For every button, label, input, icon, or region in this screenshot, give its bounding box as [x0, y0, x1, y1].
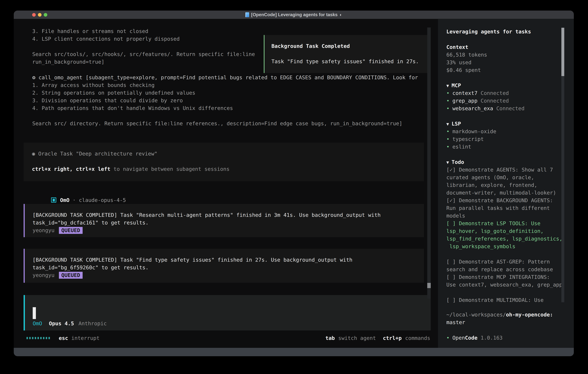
spinner-dot — [37, 337, 39, 339]
zoom-button[interactable] — [44, 13, 47, 17]
chat-scrollbar-track[interactable] — [427, 28, 431, 299]
status-bar-right: tab switch agent ctrl+p commands — [326, 334, 430, 342]
context-used: 33% used — [446, 59, 487, 66]
workspace-repo: oh-my-opencode: — [506, 312, 553, 318]
context-section: Context 66,518 tokens 33% used $0.46 spe… — [446, 43, 487, 74]
todo-line: Run parallel tasks with different — [446, 204, 562, 212]
background-task-notification: Background Task Completed Task "Find typ… — [264, 35, 430, 73]
oracle-hint-keys: ctrl+x right, ctrl+x left — [32, 166, 110, 172]
message-line: [BACKGROUND TASK COMPLETED] Task "Resear… — [32, 211, 424, 219]
mcp-item: •grep_app Connected — [446, 97, 525, 104]
esc-key-hint: esc — [59, 334, 68, 342]
agent-icon — [51, 197, 56, 203]
todo-line: Use context7, websearch_exa, grep_app — [446, 281, 562, 289]
window-bottom-frame — [14, 348, 574, 356]
ctrlp-key-label: commands — [405, 334, 430, 342]
status-dot-icon: • — [446, 144, 450, 150]
titlebar[interactable]: [OpenCode] Leveraging agents for tasks ◐ — [14, 10, 574, 19]
text-cursor — [33, 307, 36, 319]
status-dot-icon: • — [446, 98, 450, 104]
todo-line: [ ] Demonstrate MULTIMODAL: Use — [446, 296, 562, 304]
context-heading: Context — [446, 43, 487, 51]
mcp-section-header[interactable]: ▼MCP — [446, 82, 525, 89]
esc-key-label: interrupt — [71, 334, 100, 342]
mcp-section: ▼MCP •context7 Connected •grep_app Conne… — [446, 82, 525, 112]
todo-line-active: lsp_workspace_symbols — [446, 242, 562, 250]
tool-call-line: 2. String operations on potentially unde… — [32, 89, 418, 97]
spinner-dot — [26, 337, 28, 339]
input-provider-name: Anthropic — [78, 320, 107, 327]
opencode-window: [OpenCode] Leveraging agents for tasks ◐… — [14, 10, 574, 356]
todo-line: document-writer, multimodal-looker) — [446, 189, 562, 197]
background-task-message: [BACKGROUND TASK COMPLETED] Task "Resear… — [24, 204, 424, 237]
oracle-task-box: ◉ Oracle Task "Deep architecture review"… — [24, 143, 424, 181]
background-task-message: [BACKGROUND TASK COMPLETED] Task "Find t… — [24, 249, 424, 283]
chevron-down-icon: ▼ — [446, 83, 449, 88]
status-dot-icon: • — [446, 335, 450, 341]
sidebar-title-section: Leveraging agents for tasks — [446, 28, 531, 35]
tool-call-line: 1. Array access without bounds checking — [32, 81, 418, 89]
tab-key-label: switch agent — [338, 334, 376, 342]
todo-line: [✓] Demonstrate BACKGROUND AGENTS: — [446, 197, 562, 204]
scrollback-line: 3. File handles or streams not closed — [32, 27, 255, 35]
spinner-dot — [48, 337, 50, 339]
lsp-item: •eslint — [446, 143, 496, 151]
version-section: •OpenCode 1.0.163 — [446, 334, 503, 342]
todo-line: models — [446, 212, 562, 219]
spinner-dot — [46, 337, 47, 339]
spinner-dot — [29, 337, 31, 339]
session-progress-icon: ◐ — [340, 12, 342, 17]
queued-badge: QUEUED — [59, 272, 83, 279]
message-author: yeongyu — [32, 227, 54, 233]
oracle-hint-text: to navigate between subagent sessions — [110, 166, 230, 172]
todo-section: ▼Todo [✓] Demonstrate AGENTS: Show all 7… — [446, 158, 562, 304]
tool-call-block: ⚙ call_omo_agent [subagent_type=explore,… — [32, 74, 418, 127]
workspace-branch: master — [446, 319, 553, 326]
traffic-lights — [32, 13, 47, 17]
input-model-line: OmO Opus 4.5 Anthropic — [33, 320, 107, 327]
todo-line-active: lsp_find_references, lsp_diagnostics, — [446, 235, 562, 242]
tool-call-header: call_omo_agent [subagent_type=explore, p… — [39, 74, 418, 80]
message-line: task_id="bg_6f59260c" to get results. — [32, 264, 424, 271]
oracle-title: Oracle Task "Deep architecture review" — [35, 151, 158, 157]
queued-badge: QUEUED — [59, 227, 83, 234]
status-dot-icon: • — [446, 90, 450, 96]
spinner-dot — [35, 337, 36, 339]
scrollback-text: 3. File handles or streams not closed 4.… — [32, 27, 255, 66]
prompt-input[interactable]: OmO Opus 4.5 Anthropic — [24, 295, 431, 331]
oracle-icon: ◉ — [32, 151, 35, 157]
tool-call-footer: Search src/ directory. Return specific f… — [32, 120, 418, 127]
todo-section-header[interactable]: ▼Todo — [446, 158, 562, 166]
minimize-button[interactable] — [38, 13, 42, 17]
todo-line-active: [ ] Demonstrate LSP TOOLS: Use — [446, 219, 562, 227]
context-tokens: 66,518 tokens — [446, 51, 487, 59]
agent-name: OmO — [60, 197, 69, 203]
input-model-name[interactable]: Opus 4.5 — [49, 320, 74, 327]
session-title: Leveraging agents for tasks — [446, 28, 531, 35]
todo-line: librarian, explore, frontend, — [446, 181, 562, 189]
close-button[interactable] — [32, 13, 36, 17]
todo-line: [ ] Demonstrate MCP INTEGRATIONS: — [446, 273, 562, 281]
sidebar-scrollbar-thumb[interactable] — [561, 28, 564, 76]
status-bar-left: esc interrupt — [26, 334, 100, 342]
input-agent-name[interactable]: OmO — [33, 320, 42, 327]
lsp-section: ▼LSP •markdown-oxide •typescript •eslint — [446, 120, 496, 151]
spinner-dot — [43, 337, 44, 339]
chat-scrollbar-thumb[interactable] — [427, 283, 431, 288]
tool-call-line: 3. Division operations that could divide… — [32, 97, 418, 104]
sidebar: Leveraging agents for tasks Context 66,5… — [438, 19, 574, 348]
tool-call-line: 4. Path operations that don't handle Win… — [32, 104, 418, 112]
status-dot-icon: • — [446, 105, 450, 111]
message-line: [BACKGROUND TASK COMPLETED] Task "Find t… — [32, 256, 424, 264]
lsp-section-header[interactable]: ▼LSP — [446, 120, 496, 128]
scrollback-line: run_in_background=true] — [32, 58, 255, 66]
window-title-group: [OpenCode] Leveraging agents for tasks ◐ — [245, 12, 342, 17]
mcp-item: •websearch_exa Connected — [446, 104, 525, 112]
todo-line-active: lsp_hover, lsp_goto_definition, — [446, 227, 562, 235]
tab-key-hint: tab — [326, 334, 335, 342]
gear-icon: ⚙ — [32, 74, 39, 80]
agent-separator: · — [69, 197, 79, 203]
status-dot-icon: • — [446, 136, 450, 142]
workspace-path: ~/local-workspaces/ — [446, 312, 506, 318]
document-icon — [245, 12, 249, 17]
